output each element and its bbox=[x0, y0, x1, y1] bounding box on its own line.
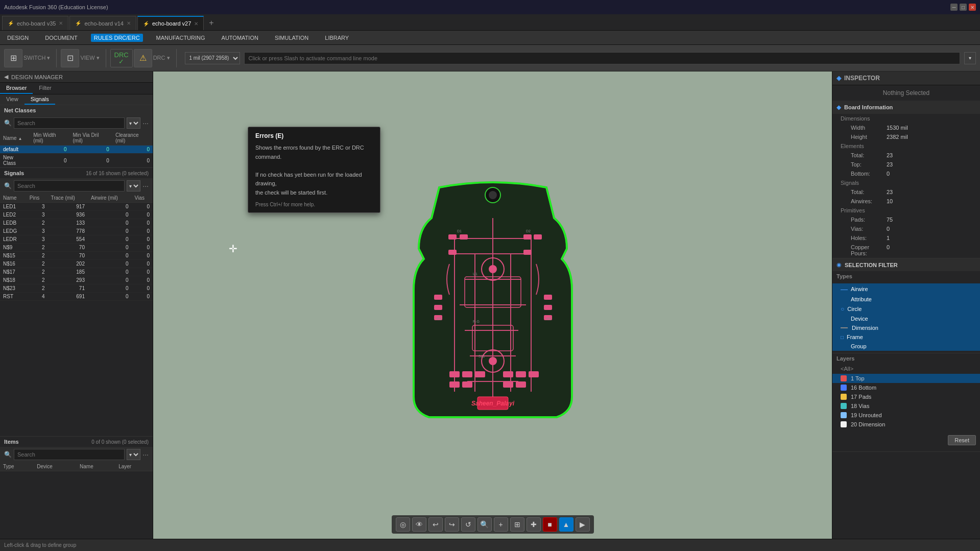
sig-col-airwire[interactable]: Airwire (mil) bbox=[88, 194, 132, 203]
menu-rules-drc[interactable]: RULES DRC/ERC bbox=[91, 34, 143, 42]
type-frame-label: Frame bbox=[847, 334, 863, 340]
sig-col-name[interactable]: Name bbox=[0, 194, 27, 203]
signals-filter-select[interactable]: ▾ bbox=[127, 180, 140, 191]
layer-1-top[interactable]: 1 Top bbox=[832, 374, 980, 383]
canvas-zoom-in-button[interactable]: + bbox=[494, 517, 508, 532]
table-row[interactable]: LED1 3 917 0 0 bbox=[0, 203, 153, 211]
canvas-redo-button[interactable]: ↪ bbox=[445, 517, 459, 532]
menu-design[interactable]: DESIGN bbox=[4, 34, 32, 42]
sig-col-trace[interactable]: Trace (mil) bbox=[47, 194, 88, 203]
layer-16-bottom[interactable]: 16 Bottom bbox=[832, 383, 980, 392]
close-button[interactable]: ✕ bbox=[969, 4, 976, 11]
signals-subtab[interactable]: Signals bbox=[25, 94, 55, 105]
menu-library[interactable]: LIBRARY bbox=[322, 34, 352, 42]
canvas-select-button[interactable]: ▲ bbox=[559, 517, 573, 532]
layer-18-vias[interactable]: 18 Vias bbox=[832, 401, 980, 411]
view-subtab[interactable]: View bbox=[0, 94, 25, 105]
pcb-board[interactable]: Saheen_Palayi D1 D2 P5 P6 R-G U1 S21 bbox=[373, 177, 613, 434]
table-row[interactable]: N$15 2 70 0 0 bbox=[0, 252, 153, 260]
canvas-zoom-out-button[interactable]: 🔍 bbox=[477, 517, 492, 532]
layer-20-dimension[interactable]: 20 Dimension bbox=[832, 420, 980, 429]
coord-dropdown[interactable]: 1 mil (2907 2958) bbox=[185, 52, 240, 64]
net-classes-filter-select[interactable]: ▾ bbox=[127, 117, 140, 129]
signals-search-input[interactable] bbox=[14, 180, 125, 191]
maximize-button[interactable]: □ bbox=[960, 4, 967, 11]
net-classes-search-input[interactable] bbox=[14, 117, 125, 129]
reset-button[interactable]: Reset bbox=[948, 435, 976, 445]
tab-echo27[interactable]: ⚡ echo-board v27 ✕ bbox=[137, 16, 204, 30]
canvas-grid-button[interactable]: ⊞ bbox=[510, 517, 524, 532]
canvas-area[interactable]: Errors (E) Shows the errors found by the… bbox=[153, 71, 832, 539]
tab-close-echo14[interactable]: ✕ bbox=[127, 20, 131, 26]
menu-automation[interactable]: AUTOMATION bbox=[219, 34, 261, 42]
item-col-layer[interactable]: Layer bbox=[115, 462, 153, 471]
table-row[interactable]: N$18 2 293 0 0 bbox=[0, 276, 153, 284]
table-row[interactable]: New Class 0 0 0 bbox=[0, 154, 153, 167]
canvas-eye-button[interactable]: 👁 bbox=[412, 517, 426, 532]
type-airwire[interactable]: — Airwire bbox=[832, 283, 980, 295]
type-frame[interactable]: □ Frame bbox=[832, 332, 980, 342]
type-device[interactable]: Device bbox=[832, 314, 980, 323]
filter-tab[interactable]: Filter bbox=[33, 83, 57, 94]
sig-col-vias[interactable]: Vias bbox=[132, 194, 153, 203]
view-button[interactable]: ⊡ bbox=[61, 49, 79, 67]
tab-close-echo27[interactable]: ✕ bbox=[194, 21, 198, 27]
canvas-undo-button[interactable]: ↩ bbox=[428, 517, 443, 532]
signals-menu-button[interactable]: ··· bbox=[142, 182, 149, 190]
table-row[interactable]: LEDB 2 133 0 0 bbox=[0, 219, 153, 227]
minimize-button[interactable]: ─ bbox=[950, 4, 958, 11]
layer-19-unrouted[interactable]: 19 Unrouted bbox=[832, 411, 980, 420]
menu-simulation[interactable]: SIMULATION bbox=[272, 34, 312, 42]
items-menu-button[interactable]: ··· bbox=[142, 450, 149, 459]
table-row[interactable]: LEDG 3 778 0 0 bbox=[0, 227, 153, 235]
table-row[interactable]: N$23 2 71 0 0 bbox=[0, 284, 153, 293]
type-dimension[interactable]: Dimension bbox=[832, 323, 980, 332]
sig-name: N$16 bbox=[0, 260, 27, 268]
drc-check-button[interactable]: DRC ✓ bbox=[110, 49, 133, 67]
sig-col-pins[interactable]: Pins bbox=[27, 194, 48, 203]
sig-airwire: 0 bbox=[88, 203, 132, 211]
item-col-device[interactable]: Device bbox=[34, 462, 77, 471]
drc-warning-button[interactable]: ⚠ bbox=[134, 49, 152, 67]
col-minwidth[interactable]: Min Width (mil) bbox=[30, 131, 69, 146]
new-tab-button[interactable]: + bbox=[205, 16, 218, 30]
table-row[interactable]: N$17 2 185 0 0 bbox=[0, 268, 153, 276]
table-row[interactable]: LED2 3 936 0 0 bbox=[0, 211, 153, 219]
signals-header: Signals 16 of 16 shown (0 selected) bbox=[0, 168, 153, 178]
layers-all[interactable]: <All> bbox=[832, 364, 980, 374]
board-info-header[interactable]: ◆ Board Information bbox=[832, 101, 980, 114]
type-circle[interactable]: ○ Circle bbox=[832, 304, 980, 314]
back-icon[interactable]: ◀ bbox=[4, 74, 8, 80]
items-filter-select[interactable]: ▾ bbox=[127, 449, 140, 460]
col-name[interactable]: Name ▲ bbox=[0, 131, 30, 146]
type-attribute[interactable]: Attribute bbox=[832, 295, 980, 304]
menu-manufacturing[interactable]: MANUFACTURING bbox=[153, 34, 208, 42]
elements-top-label: Top: bbox=[851, 161, 887, 167]
switch-button[interactable]: ⊞ bbox=[4, 49, 22, 67]
menu-document[interactable]: DOCUMENT bbox=[42, 34, 81, 42]
command-dropdown[interactable]: ▾ bbox=[964, 52, 976, 64]
layer-17-pads[interactable]: 17 Pads bbox=[832, 392, 980, 401]
canvas-target-button[interactable]: ◎ bbox=[396, 517, 410, 532]
table-row[interactable]: N$9 2 70 0 0 bbox=[0, 244, 153, 252]
items-search-input[interactable] bbox=[14, 449, 125, 460]
table-row[interactable]: LEDR 3 554 0 0 bbox=[0, 235, 153, 244]
canvas-add-button[interactable]: ✚ bbox=[527, 517, 541, 532]
table-row[interactable]: RST 4 691 0 0 bbox=[0, 293, 153, 301]
canvas-rotate-button[interactable]: ↺ bbox=[461, 517, 475, 532]
browser-tab[interactable]: Browser bbox=[0, 83, 33, 94]
table-row[interactable]: default 0 0 0 bbox=[0, 146, 153, 154]
type-group[interactable]: Group bbox=[832, 342, 980, 351]
tab-echo14[interactable]: ⚡ echo-board v14 ✕ bbox=[69, 16, 136, 30]
col-clearance[interactable]: Clearance (mil) bbox=[112, 131, 153, 146]
col-minvia[interactable]: Min Via Dril (mil) bbox=[70, 131, 112, 146]
item-col-name[interactable]: Name bbox=[77, 462, 115, 471]
command-input[interactable] bbox=[244, 52, 960, 64]
canvas-stop-button[interactable]: ■ bbox=[543, 517, 557, 532]
table-row[interactable]: N$16 2 202 0 0 bbox=[0, 260, 153, 268]
tab-close-echo35[interactable]: ✕ bbox=[59, 20, 63, 26]
canvas-route-button[interactable]: ▶ bbox=[576, 517, 590, 532]
item-col-type[interactable]: Type bbox=[0, 462, 34, 471]
tab-echo35[interactable]: ⚡ echo-board v35 ✕ bbox=[2, 16, 68, 30]
net-classes-menu-button[interactable]: ··· bbox=[142, 119, 149, 127]
